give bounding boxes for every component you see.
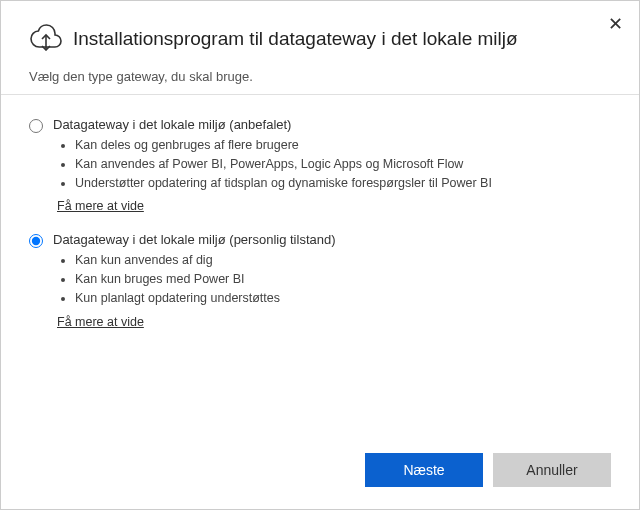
list-item: Kun planlagt opdatering understøttes bbox=[75, 289, 611, 308]
dialog-footer: Næste Annuller bbox=[365, 453, 611, 487]
cancel-button[interactable]: Annuller bbox=[493, 453, 611, 487]
dialog-header: Installationsprogram til datagateway i d… bbox=[1, 1, 639, 63]
next-button[interactable]: Næste bbox=[365, 453, 483, 487]
list-item: Kan kun anvendes af dig bbox=[75, 251, 611, 270]
option-personal-label[interactable]: Datagateway i det lokale miljø (personli… bbox=[53, 232, 611, 247]
option-recommended-bullets: Kan deles og genbruges af flere brugere … bbox=[53, 136, 611, 192]
cloud-gateway-icon bbox=[29, 23, 63, 55]
option-recommended-label[interactable]: Datagateway i det lokale miljø (anbefale… bbox=[53, 117, 611, 132]
gateway-options: Datagateway i det lokale miljø (anbefale… bbox=[1, 117, 639, 330]
option-personal: Datagateway i det lokale miljø (personli… bbox=[29, 232, 611, 329]
radio-personal[interactable] bbox=[29, 234, 43, 248]
learn-more-recommended[interactable]: Få mere at vide bbox=[57, 199, 144, 213]
dialog-title: Installationsprogram til datagateway i d… bbox=[73, 28, 518, 50]
close-button[interactable]: ✕ bbox=[604, 9, 627, 39]
list-item: Understøtter opdatering af tidsplan og d… bbox=[75, 174, 611, 193]
radio-recommended[interactable] bbox=[29, 119, 43, 133]
dialog-subtitle: Vælg den type gateway, du skal bruge. bbox=[1, 63, 639, 95]
learn-more-personal[interactable]: Få mere at vide bbox=[57, 315, 144, 329]
option-personal-bullets: Kan kun anvendes af dig Kan kun bruges m… bbox=[53, 251, 611, 307]
list-item: Kan kun bruges med Power BI bbox=[75, 270, 611, 289]
option-recommended: Datagateway i det lokale miljø (anbefale… bbox=[29, 117, 611, 214]
list-item: Kan deles og genbruges af flere brugere bbox=[75, 136, 611, 155]
list-item: Kan anvendes af Power BI, PowerApps, Log… bbox=[75, 155, 611, 174]
